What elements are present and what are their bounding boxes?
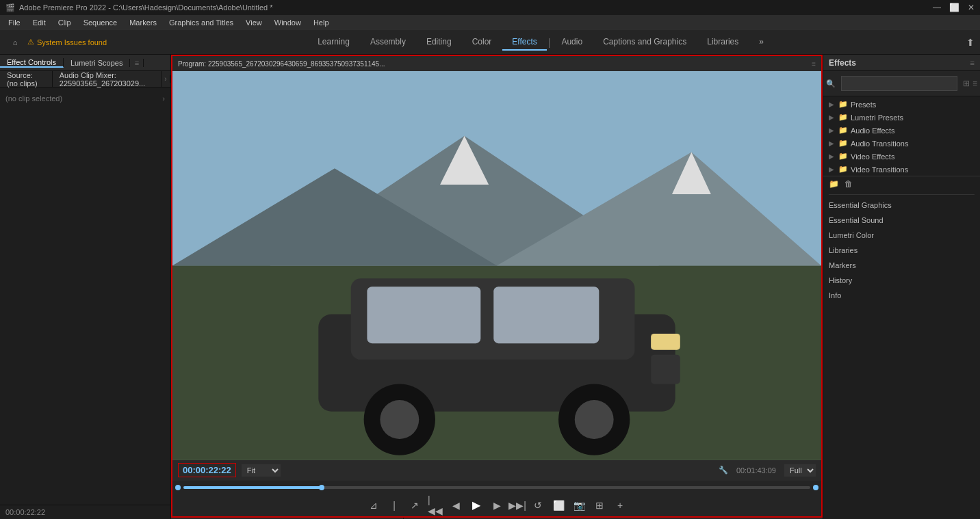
- effects-search-row: 🔍 ⊞ ≡: [823, 71, 980, 96]
- publish-icon[interactable]: ⬆: [966, 37, 975, 48]
- effect-controls-content: (no clip selected) ›: [0, 88, 170, 505]
- label-presets: Presets: [851, 101, 876, 109]
- label-libraries: Libraries: [829, 246, 858, 254]
- play-btn[interactable]: ▶: [469, 498, 484, 513]
- effects-list-icon[interactable]: ≡: [972, 79, 977, 88]
- effects-item-audio-transitions[interactable]: ▶ 📁 Audio Transitions: [823, 137, 980, 150]
- no-clip-text: (no clip selected): [5, 94, 62, 103]
- tab-assembly[interactable]: Assembly: [361, 34, 415, 51]
- tab-source[interactable]: Source: (no clips): [0, 71, 53, 88]
- filter-btn[interactable]: ⊿: [366, 498, 381, 513]
- step-back-btn[interactable]: ◀: [448, 498, 463, 513]
- system-alert[interactable]: ⚠ System Issues found: [27, 38, 107, 46]
- safe-margin-btn[interactable]: ⬜: [551, 498, 566, 513]
- tab-effect-controls[interactable]: Effect Controls: [0, 58, 64, 68]
- progress-track[interactable]: [183, 486, 810, 489]
- tab-effects[interactable]: Effects: [502, 34, 546, 51]
- tab-editing[interactable]: Editing: [417, 34, 461, 51]
- window-controls[interactable]: — ⬜ ✕: [933, 3, 975, 12]
- marker-btn[interactable]: |: [387, 498, 402, 513]
- label-video-transitions: Video Transitions: [851, 165, 908, 174]
- panel-menu-btn[interactable]: ≡: [130, 59, 144, 67]
- arrow-video-trans: ▶: [829, 165, 836, 173]
- panel-item-markers[interactable]: Markers: [823, 258, 980, 273]
- menu-clip[interactable]: Clip: [53, 17, 77, 28]
- extract-btn[interactable]: ↗: [407, 498, 422, 513]
- go-start-btn[interactable]: |◀◀: [428, 498, 443, 513]
- menu-edit[interactable]: Edit: [27, 17, 51, 28]
- tab-audio-clip-mixer[interactable]: Audio Clip Mixer: 225903565_267203029...: [53, 71, 162, 88]
- tab-color[interactable]: Color: [463, 34, 502, 51]
- panel-item-history[interactable]: History: [823, 273, 980, 288]
- svg-rect-17: [651, 355, 680, 384]
- loop-btn[interactable]: ↺: [530, 498, 545, 513]
- go-end-btn[interactable]: ▶▶|: [510, 498, 525, 513]
- tab-lumetri-scopes[interactable]: Lumetri Scopes: [64, 59, 130, 67]
- svg-rect-16: [651, 334, 680, 350]
- effects-grid-icon[interactable]: ⊞: [963, 79, 970, 88]
- svg-rect-11: [493, 287, 599, 343]
- tab-learning[interactable]: Learning: [308, 34, 359, 51]
- alert-text: System Issues found: [37, 38, 107, 46]
- menu-markers[interactable]: Markers: [124, 17, 162, 28]
- total-timecode: 00:01:43:09: [736, 466, 776, 475]
- workspace-actions: ⬆: [966, 37, 975, 48]
- panel-item-essential-sound[interactable]: Essential Sound: [823, 213, 980, 228]
- menu-sequence[interactable]: Sequence: [78, 17, 123, 28]
- panel-item-info[interactable]: Info: [823, 288, 980, 303]
- tab-more[interactable]: »: [749, 34, 773, 51]
- minimize-btn[interactable]: —: [933, 3, 941, 12]
- program-monitor-header: Program: 225903565_2672030296430659_8693…: [172, 56, 821, 71]
- full-dropdown[interactable]: Full 1/2 1/4: [784, 464, 816, 477]
- effects-item-lumetri-presets[interactable]: ▶ 📁 Lumetri Presets: [823, 111, 980, 124]
- tab-captions[interactable]: Captions and Graphics: [593, 34, 696, 51]
- menu-window[interactable]: Window: [269, 17, 307, 28]
- panel-item-lumetri-color[interactable]: Lumetri Color: [823, 228, 980, 243]
- close-btn[interactable]: ✕: [968, 3, 975, 12]
- effects-item-video-transitions[interactable]: ▶ 📁 Video Transitions: [823, 163, 980, 176]
- label-essential-graphics: Essential Graphics: [829, 201, 892, 209]
- source-chevron[interactable]: ›: [162, 75, 170, 83]
- no-clip-arrow: ›: [162, 94, 165, 103]
- home-button[interactable]: ⌂: [5, 33, 25, 52]
- label-markers: Markers: [829, 261, 856, 269]
- effects-search-icon: 🔍: [826, 79, 836, 88]
- program-menu-icon[interactable]: ≡: [812, 60, 816, 68]
- delete-custom-bin-icon[interactable]: 🗑: [844, 179, 853, 189]
- folder-lumetri: 📁: [838, 113, 848, 122]
- menu-help[interactable]: Help: [308, 17, 335, 28]
- effects-search-input[interactable]: [841, 76, 957, 91]
- effects-item-video-effects[interactable]: ▶ 📁 Video Effects: [823, 150, 980, 163]
- insert-btn[interactable]: ⊞: [592, 498, 607, 513]
- time-display-left: 00:00:22:22: [0, 505, 170, 519]
- fit-dropdown[interactable]: Fit 25% 50% 75% 100%: [242, 464, 281, 477]
- title-bar-left: 🎬 Adobe Premiere Pro 2022 - C:\Users\Had…: [5, 3, 273, 12]
- progress-thumb: [319, 485, 324, 490]
- arrow-lumetri: ▶: [829, 114, 836, 121]
- effects-panel-menu[interactable]: ≡: [970, 59, 975, 67]
- effects-item-presets[interactable]: ▶ 📁 Presets: [823, 98, 980, 111]
- menu-view[interactable]: View: [240, 17, 268, 28]
- out-point: [813, 485, 818, 490]
- folder-video-fx: 📁: [838, 152, 848, 161]
- tab-libraries[interactable]: Libraries: [697, 34, 748, 51]
- center-area: Program: 225903565_2672030296430659_8693…: [171, 55, 823, 519]
- label-video-effects: Video Effects: [851, 152, 894, 161]
- step-fwd-btn[interactable]: ▶: [489, 498, 504, 513]
- menu-file[interactable]: File: [3, 17, 26, 28]
- effects-tree: ▶ 📁 Presets ▶ 📁 Lumetri Presets ▶ 📁 Audi…: [823, 96, 980, 519]
- export-frame-btn[interactable]: 📷: [571, 498, 586, 513]
- effects-item-audio-effects[interactable]: ▶ 📁 Audio Effects: [823, 124, 980, 137]
- menu-graphics[interactable]: Graphics and Titles: [164, 17, 239, 28]
- new-custom-bin-icon[interactable]: 📁: [829, 179, 839, 189]
- add-btn[interactable]: +: [612, 498, 628, 513]
- tab-audio[interactable]: Audio: [552, 34, 592, 51]
- label-essential-sound: Essential Sound: [829, 216, 884, 224]
- effects-title: Effects: [829, 58, 856, 68]
- maximize-btn[interactable]: ⬜: [949, 3, 959, 12]
- alert-icon: ⚠: [27, 38, 34, 46]
- panel-item-essential-graphics[interactable]: Essential Graphics: [823, 198, 980, 213]
- playback-bar[interactable]: [172, 481, 821, 494]
- panel-item-libraries[interactable]: Libraries: [823, 243, 980, 258]
- workspace-bar: ⌂ ⚠ System Issues found Learning Assembl…: [0, 30, 980, 55]
